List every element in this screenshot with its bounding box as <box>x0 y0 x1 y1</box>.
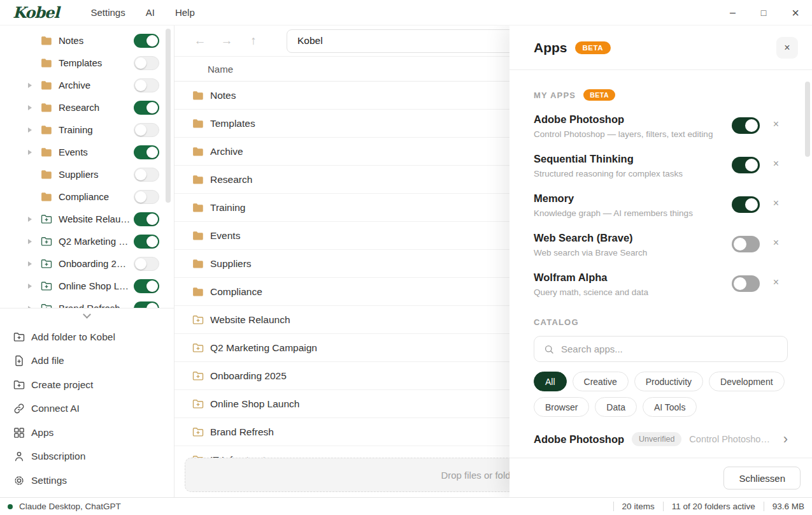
app-toggle[interactable] <box>732 157 760 173</box>
sidebar-action-add-folder-to-kobel[interactable]: Add folder to Kobel <box>0 325 174 349</box>
tree-expand-more-button[interactable] <box>80 310 95 321</box>
panel-scrollbar[interactable] <box>805 82 810 157</box>
search-box <box>534 336 788 362</box>
filter-chip-browser[interactable]: Browser <box>534 397 589 417</box>
folder-plus-icon <box>192 370 204 382</box>
folder-toggle[interactable] <box>134 301 159 308</box>
expand-arrow-icon[interactable] <box>28 284 32 289</box>
expand-arrow-icon[interactable] <box>28 150 32 155</box>
file-row-label: Archive <box>210 146 243 157</box>
app-toggle[interactable] <box>732 275 760 292</box>
tree-item[interactable]: Suppliers <box>0 163 174 185</box>
close-window-icon[interactable]: × <box>792 6 799 19</box>
tree-item[interactable]: Notes <box>0 29 174 52</box>
remove-app-icon[interactable]: × <box>773 158 779 170</box>
catalog-app-desc: Control Photosho… <box>689 434 775 444</box>
apps-panel-content: MY APPS BETA Adobe PhotoshopControl Phot… <box>509 70 812 458</box>
folder-toggle[interactable] <box>134 235 159 249</box>
app-toggle[interactable] <box>732 196 760 213</box>
filter-chip-creative[interactable]: Creative <box>573 372 629 391</box>
expand-arrow-icon[interactable] <box>28 217 32 222</box>
toggle-knob <box>745 159 758 171</box>
sidebar-action-add-file[interactable]: Add file <box>0 349 174 374</box>
filter-chip-all[interactable]: All <box>534 372 567 391</box>
app-toggle[interactable] <box>732 117 760 134</box>
sidebar: NotesTemplatesArchiveResearchTrainingEve… <box>0 25 175 497</box>
filter-chip-productivity[interactable]: Productivity <box>634 372 703 391</box>
tree-item[interactable]: Online Shop L… <box>0 275 174 297</box>
tree-item[interactable]: Events <box>0 141 174 163</box>
menu-item-help[interactable]: Help <box>175 7 195 18</box>
folder-icon <box>192 173 204 186</box>
sidebar-action-label: Connect AI <box>31 403 80 414</box>
folder-toggle[interactable] <box>134 123 159 137</box>
my-apps-header: MY APPS BETA <box>534 89 788 101</box>
maximize-icon[interactable]: □ <box>761 8 766 17</box>
folder-toggle[interactable] <box>134 145 159 159</box>
folder-plus-icon <box>40 235 53 248</box>
filter-chip-data[interactable]: Data <box>595 397 637 417</box>
sidebar-action-apps[interactable]: Apps <box>0 421 174 445</box>
expand-arrow-icon[interactable] <box>28 105 32 110</box>
forward-icon[interactable]: → <box>219 34 234 48</box>
folder-icon <box>40 57 53 69</box>
folder-toggle[interactable] <box>134 257 159 271</box>
close-panel-button[interactable]: × <box>776 37 798 59</box>
folder-plus-icon <box>40 258 53 270</box>
app-toggle[interactable] <box>732 236 760 252</box>
beta-badge: BETA <box>575 41 611 54</box>
filter-chip-development[interactable]: Development <box>709 372 785 391</box>
folder-toggle[interactable] <box>134 279 159 293</box>
back-icon[interactable]: ← <box>192 34 208 48</box>
expand-arrow-icon[interactable] <box>28 83 32 88</box>
tree-item[interactable]: Q2 Marketing … <box>0 230 174 252</box>
unverified-badge: Unverified <box>632 432 681 446</box>
remove-app-icon[interactable]: × <box>773 119 779 130</box>
app-description: Web search via Brave Search <box>534 247 718 259</box>
folder-plus-icon <box>192 398 204 410</box>
expand-arrow-icon[interactable] <box>28 239 32 244</box>
sidebar-action-connect-ai[interactable]: Connect AI <box>0 397 174 421</box>
tree-item[interactable]: Brand Refresh <box>0 297 174 308</box>
sidebar-action-label: Create project <box>31 379 93 391</box>
toggle-knob <box>146 147 158 158</box>
tree-item[interactable]: Website Relau… <box>0 208 174 230</box>
sidebar-action-label: Subscription <box>31 451 85 462</box>
sidebar-action-settings[interactable]: Settings <box>0 468 174 493</box>
catalog-item[interactable]: Adobe Photoshop Unverified Control Photo… <box>534 432 788 446</box>
folder-icon <box>40 191 53 203</box>
folder-toggle[interactable] <box>134 212 159 226</box>
name-column-header[interactable]: Name <box>208 64 233 75</box>
remove-app-icon[interactable]: × <box>773 198 779 209</box>
minimize-icon[interactable]: – <box>730 8 736 18</box>
menu-item-settings[interactable]: Settings <box>91 7 125 18</box>
expand-arrow-icon[interactable] <box>28 127 32 133</box>
menu-item-ai[interactable]: AI <box>146 7 155 18</box>
schliessen-button[interactable]: Schliessen <box>723 467 801 490</box>
expand-arrow-icon[interactable] <box>28 261 32 266</box>
folder-toggle[interactable] <box>134 190 159 204</box>
folder-toggle[interactable] <box>134 101 159 115</box>
tree-item[interactable]: Archive <box>0 74 174 96</box>
up-icon[interactable]: ↑ <box>246 34 261 48</box>
folder-toggle[interactable] <box>134 56 159 70</box>
folder-toggle[interactable] <box>134 34 159 48</box>
tree-item[interactable]: Training <box>0 119 174 141</box>
tree-item[interactable]: Research <box>0 96 174 119</box>
folder-toggle[interactable] <box>134 78 159 92</box>
tree-item[interactable]: Onboarding 2… <box>0 252 174 275</box>
file-row-label: Training <box>210 202 245 214</box>
sidebar-scrollbar[interactable] <box>166 29 171 203</box>
search-apps-input[interactable] <box>561 344 778 354</box>
tree-item[interactable]: Compliance <box>0 185 174 208</box>
toggle-knob <box>135 191 146 203</box>
tree-item[interactable]: Templates <box>0 52 174 74</box>
folder-toggle[interactable] <box>134 168 159 182</box>
filter-chip-ai-tools[interactable]: AI Tools <box>643 397 697 417</box>
remove-app-icon[interactable]: × <box>773 277 779 288</box>
remove-app-icon[interactable]: × <box>773 237 779 249</box>
folder-icon <box>40 79 53 92</box>
sidebar-action-subscription[interactable]: Subscription <box>0 445 174 469</box>
chevron-right-icon[interactable]: › <box>783 432 788 446</box>
sidebar-action-create-project[interactable]: Create project <box>0 373 174 397</box>
